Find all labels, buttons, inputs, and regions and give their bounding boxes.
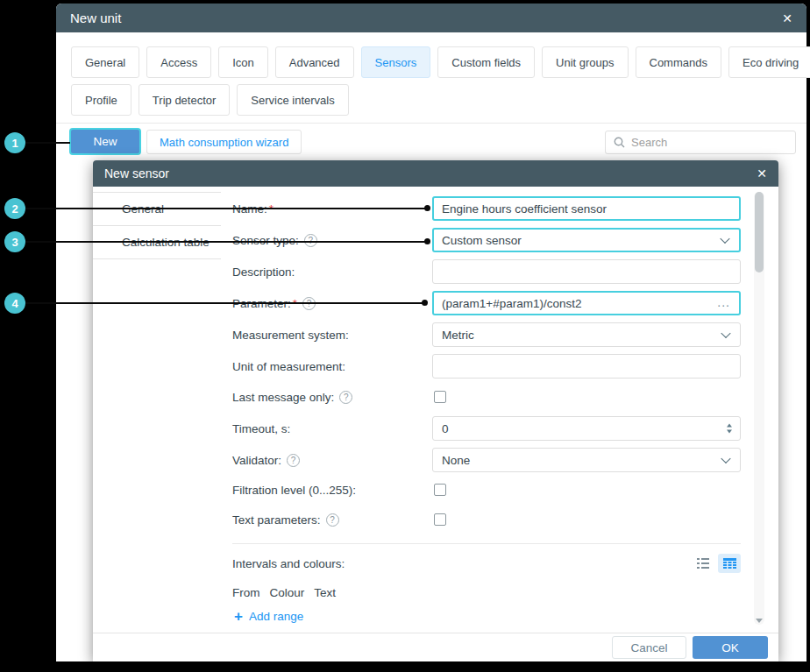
tab-trip-detector[interactable]: Trip detector: [139, 84, 231, 116]
field-row-unit-of-measurement: Unit of measurement:: [232, 354, 741, 378]
list-view-icon: [697, 558, 709, 569]
filtration-level-label: Filtration level (0...255):: [232, 484, 356, 497]
annotation-line-3: [25, 241, 428, 243]
annotation-line-1: [25, 142, 70, 144]
sensor-search-box[interactable]: [605, 131, 796, 154]
help-icon[interactable]: [304, 234, 317, 247]
field-row-description: Description:: [232, 259, 741, 284]
sensor-dialog-footer: Cancel OK: [93, 633, 778, 661]
tab-commands[interactable]: Commands: [636, 46, 721, 78]
help-icon[interactable]: [339, 391, 352, 404]
field-row-filtration-level: Filtration level (0...255):: [232, 477, 741, 502]
sensor-side-tabs: General Calculation table: [93, 192, 221, 259]
annotation-line-4: [25, 302, 425, 304]
callout-badge-4: 4: [4, 293, 25, 314]
side-tab-general[interactable]: General: [93, 193, 221, 226]
callout-badge-2: 2: [4, 198, 25, 219]
field-row-validator: Validator: None: [232, 448, 741, 472]
annotation-dot-2: [424, 205, 430, 211]
tab-profile[interactable]: Profile: [71, 84, 131, 116]
unit-of-measurement-label: Unit of measurement:: [232, 360, 345, 373]
new-sensor-dialog: New sensor ✕ General Calculation table N…: [93, 160, 778, 661]
text-parameters-label: Text parameters:: [232, 513, 321, 527]
scrollbar-down-arrow-icon[interactable]: [756, 619, 763, 623]
unit-of-measurement-input[interactable]: [432, 354, 741, 378]
tab-custom-fields[interactable]: Custom fields: [437, 46, 535, 78]
field-row-measurement-system: Measurement system: Metric: [232, 322, 741, 347]
form-divider: [232, 543, 741, 544]
stepper-down-icon[interactable]: [727, 430, 732, 434]
search-icon: [614, 137, 625, 148]
sensor-type-select[interactable]: Custom sensor: [432, 228, 741, 252]
validator-select[interactable]: None: [432, 448, 741, 472]
vertical-scrollbar[interactable]: [754, 192, 764, 625]
ellipsis-button[interactable]: ...: [717, 301, 730, 306]
help-icon[interactable]: [287, 454, 300, 467]
ok-button[interactable]: OK: [693, 636, 768, 659]
number-stepper[interactable]: [727, 424, 732, 434]
chevron-down-icon: [720, 234, 729, 244]
annotation-dot-3: [424, 238, 430, 244]
column-from: From: [232, 586, 260, 599]
table-view-button[interactable]: [718, 554, 741, 573]
tab-unit-groups[interactable]: Unit groups: [542, 46, 628, 78]
stepper-up-icon[interactable]: [727, 424, 732, 428]
annotation-dot-4: [422, 300, 428, 306]
tab-service-intervals[interactable]: Service intervals: [237, 84, 348, 116]
close-icon[interactable]: ✕: [782, 12, 792, 25]
list-view-button[interactable]: [692, 554, 714, 573]
new-sensor-dialog-title: New sensor: [104, 166, 757, 180]
cancel-button[interactable]: Cancel: [612, 636, 686, 659]
new-sensor-new-button[interactable]: New: [69, 128, 141, 155]
field-row-last-message-only: Last message only:: [232, 385, 741, 409]
chevron-down-icon: [721, 329, 730, 338]
plus-icon: +: [234, 609, 243, 624]
timeout-input[interactable]: [432, 416, 741, 441]
callout-badge-1: 1: [4, 132, 25, 153]
parameter-input[interactable]: (param1+#param1)/const2 ...: [432, 291, 741, 315]
close-icon[interactable]: ✕: [757, 167, 767, 180]
unit-tabs-row1: General Access Icon Advanced Sensors Cus…: [71, 46, 810, 78]
callout-badge-3: 3: [4, 231, 25, 252]
math-consumption-wizard-button[interactable]: Math consumption wizard: [146, 130, 302, 154]
annotation-line-2: [25, 208, 428, 209]
column-colour: Colour: [270, 586, 305, 599]
text-parameters-checkbox[interactable]: [434, 513, 446, 526]
tabs-divider: [56, 123, 806, 124]
description-label: Description:: [232, 265, 295, 279]
field-row-sensor-type: Sensor type: Custom sensor: [232, 228, 741, 252]
validator-label: Validator:: [232, 454, 281, 467]
new-sensor-dialog-header: New sensor ✕: [93, 160, 778, 187]
last-message-only-checkbox[interactable]: [434, 391, 446, 403]
intervals-and-colours-row: Intervals and colours:: [232, 551, 741, 576]
tab-eco-driving[interactable]: Eco driving: [728, 46, 810, 78]
field-row-timeout: Timeout, s:: [232, 416, 741, 441]
scrollbar-thumb[interactable]: [755, 192, 764, 272]
unit-tabs-row2: Profile Trip detector Service intervals: [71, 84, 349, 116]
intervals-view-toggle: [692, 554, 741, 573]
help-icon[interactable]: [326, 513, 339, 527]
intervals-and-colours-label: Intervals and colours:: [232, 557, 345, 570]
field-row-text-parameters: Text parameters:: [232, 507, 741, 532]
filtration-level-checkbox[interactable]: [434, 484, 446, 496]
tab-sensors[interactable]: Sensors: [361, 46, 431, 78]
tab-icon[interactable]: Icon: [218, 46, 268, 78]
description-input[interactable]: [432, 259, 741, 284]
search-input[interactable]: [631, 136, 787, 149]
tab-advanced[interactable]: Advanced: [275, 46, 354, 78]
timeout-label: Timeout, s:: [232, 422, 290, 435]
chevron-down-icon: [721, 454, 730, 463]
name-input[interactable]: [432, 196, 741, 221]
sensor-type-label: Sensor type:: [232, 234, 299, 247]
new-unit-dialog-header: New unit ✕: [56, 4, 806, 32]
add-range-link[interactable]: + Add range: [234, 609, 303, 624]
intervals-column-headers: From Colour Text: [232, 586, 336, 599]
column-text: Text: [314, 586, 336, 599]
new-unit-dialog-title: New unit: [70, 11, 782, 25]
side-tab-calculation-table[interactable]: Calculation table: [93, 226, 221, 259]
measurement-system-select[interactable]: Metric: [432, 322, 741, 347]
measurement-system-label: Measurement system:: [232, 329, 349, 342]
tab-access[interactable]: Access: [146, 46, 211, 78]
tab-general[interactable]: General: [71, 46, 139, 78]
last-message-only-label: Last message only:: [232, 391, 334, 404]
